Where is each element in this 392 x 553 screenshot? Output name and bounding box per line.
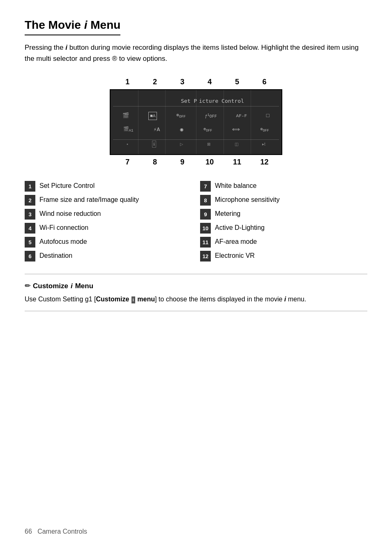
icon-focus: ◉ — [180, 126, 183, 134]
indicator-3: ▷ — [180, 141, 183, 147]
page-footer: 66 Camera Controls — [25, 527, 87, 537]
item-label-9: Metering — [215, 208, 240, 218]
note-title: ✏ Customize i Menu — [25, 281, 367, 292]
note-title-suffix: Menu — [75, 281, 93, 292]
icon-af-f: AF-F — [236, 113, 247, 120]
list-item: 11 AF-area mode — [200, 236, 367, 248]
indicator-6: ▸t — [262, 141, 265, 147]
item-label-10: Active D-Lighting — [215, 222, 265, 232]
note-title-italic: i — [71, 281, 73, 292]
indicator-1: ▪ — [127, 141, 128, 147]
item-label-7: White balance — [215, 180, 256, 190]
diagram-container: 1 2 3 4 5 6 Set P icture C ontrol 🎬 — [25, 76, 367, 168]
list-item: 6 Destination — [25, 250, 192, 261]
list-item: 5 Autofocus mode — [25, 236, 192, 248]
note-bold-icon: i — [131, 296, 135, 304]
list-item: 10 Active D-Lighting — [200, 222, 367, 234]
icon-movie2: 🎬A1 — [123, 126, 134, 134]
page-number: 66 — [25, 528, 32, 535]
item-badge-11: 11 — [200, 237, 211, 248]
note-title-prefix: Customize — [33, 281, 68, 292]
list-item: 4 Wi-Fi connection — [25, 222, 192, 234]
item-badge-9: 9 — [200, 209, 211, 220]
bot-num-12: 12 — [256, 157, 273, 168]
note-text-end: menu. — [286, 296, 306, 303]
icon-frame: ■A — [148, 112, 157, 120]
list-item: 1 Set Picture Control — [25, 180, 192, 192]
section-label: Camera Controls — [37, 528, 87, 535]
item-badge-6: 6 — [25, 251, 35, 261]
item-label-3: Wind noise reduction — [39, 208, 101, 218]
camera-display-screen: Set P icture C ontrol 🎬 ■A ⊗OFF ƒ1OFF AF… — [110, 89, 282, 155]
bot-num-8: 8 — [147, 157, 163, 168]
ok-symbol: ® — [112, 55, 118, 62]
item-label-6: Destination — [39, 250, 72, 260]
indicator-2: ℹ — [152, 141, 156, 148]
item-badge-3: 3 — [25, 209, 35, 220]
right-items-column: 7 White balance 8 Microphone sensitivity… — [200, 180, 367, 261]
item-badge-7: 7 — [200, 181, 211, 192]
intro-paragraph: Pressing the i button during movie recor… — [25, 42, 367, 64]
item-badge-12: 12 — [200, 251, 211, 261]
icon-box: □ — [266, 112, 270, 120]
icon-off3: ⊗OFF — [260, 126, 269, 133]
icon-movie: 🎬 — [122, 112, 129, 120]
title-prefix: The Movie — [25, 19, 84, 31]
top-num-2: 2 — [147, 76, 163, 88]
list-item: 7 White balance — [200, 180, 367, 192]
icon-f1off: ƒ1OFF — [205, 113, 217, 120]
pencil-icon: ✏ — [25, 281, 30, 292]
icon-link: ⟺ — [232, 126, 240, 134]
intro-suffix: to view options. — [117, 55, 167, 62]
list-item: 9 Metering — [200, 208, 367, 220]
list-item: 2 Frame size and rate/Image quality — [25, 194, 192, 206]
icon-lightning: ⚡A — [154, 126, 160, 134]
item-badge-1: 1 — [25, 181, 35, 192]
note-text-prefix: Use Custom Setting g1 [ — [25, 296, 96, 303]
item-badge-10: 10 — [200, 223, 211, 234]
icon-off2: ⊕OFF — [203, 126, 212, 133]
camera-screen: 1 2 3 4 5 6 Set P icture C ontrol 🎬 — [110, 76, 282, 168]
item-label-4: Wi-Fi connection — [39, 222, 88, 232]
bot-num-10: 10 — [201, 157, 218, 168]
left-items-column: 1 Set Picture Control 2 Frame size and r… — [25, 180, 192, 261]
item-label-11: AF-area mode — [215, 236, 257, 246]
intro-prefix: Pressing the — [25, 44, 65, 51]
title-suffix: Menu — [87, 19, 120, 31]
top-num-4: 4 — [201, 76, 218, 88]
icon-off1: ⊗OFF — [176, 112, 186, 120]
top-number-labels: 1 2 3 4 5 6 — [110, 76, 282, 89]
bot-num-9: 9 — [174, 157, 191, 168]
bot-num-11: 11 — [229, 157, 245, 168]
item-badge-4: 4 — [25, 223, 35, 234]
intro-middle: button during movie recording displays t… — [25, 44, 359, 62]
item-label-5: Autofocus mode — [39, 236, 87, 246]
list-item: 8 Microphone sensitivity — [200, 194, 367, 206]
note-bold-customize: Customize i menu — [96, 296, 155, 303]
top-num-1: 1 — [119, 76, 136, 88]
item-badge-8: 8 — [200, 195, 211, 206]
indicator-4: ⊠ — [207, 141, 210, 147]
item-badge-5: 5 — [25, 237, 35, 248]
items-grid: 1 Set Picture Control 2 Frame size and r… — [25, 180, 367, 261]
note-text-middle: ] to choose the items displayed in the m… — [155, 296, 284, 303]
list-item: 3 Wind noise reduction — [25, 208, 192, 220]
item-badge-2: 2 — [25, 195, 35, 206]
top-num-5: 5 — [229, 76, 245, 88]
bottom-number-labels: 7 8 9 10 11 12 — [110, 155, 282, 168]
item-label-12: Electronic VR — [215, 250, 255, 260]
item-label-8: Microphone sensitivity — [215, 194, 279, 204]
bot-num-7: 7 — [119, 157, 136, 168]
top-num-3: 3 — [174, 76, 191, 88]
page-title: The Movie i Menu — [25, 16, 120, 35]
note-section: ✏ Customize i Menu Use Custom Setting g1… — [25, 274, 367, 311]
top-num-6: 6 — [256, 76, 273, 88]
note-body: Use Custom Setting g1 [Customize i menu]… — [25, 294, 367, 305]
item-label-2: Frame size and rate/Image quality — [39, 194, 139, 204]
indicator-5: ◫ — [235, 141, 238, 147]
item-label-1: Set Picture Control — [39, 180, 95, 190]
list-item: 12 Electronic VR — [200, 250, 367, 261]
